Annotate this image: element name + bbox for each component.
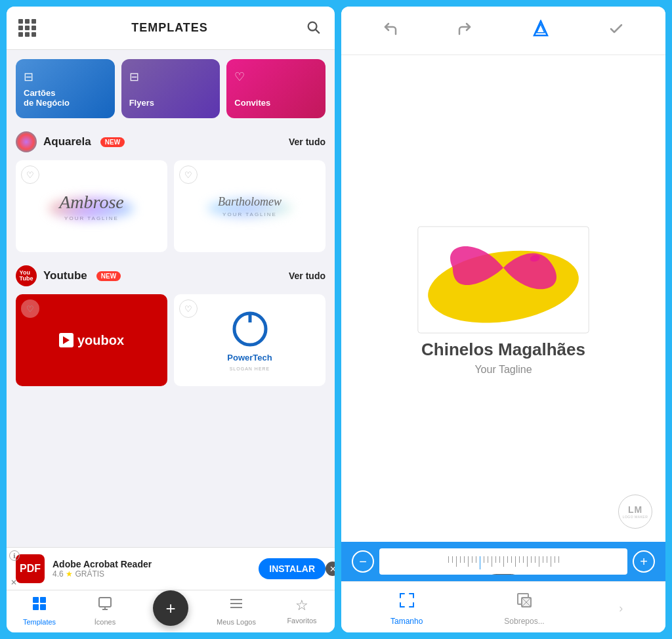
svg-rect-6: [40, 597, 46, 603]
action-sobrepos[interactable]: Sobrepos...: [501, 591, 547, 626]
favorite-heart-powertech[interactable]: ♡: [179, 299, 198, 318]
watermark: LM LOGO MAKER: [618, 495, 652, 529]
svg-rect-3: [248, 312, 251, 322]
youtube-template-powertech[interactable]: ♡ PowerTech SLOGAN HERE: [174, 294, 326, 386]
bottom-actions: Tamanho Sobrepos... ›: [341, 581, 665, 632]
nav-icones[interactable]: Ícones: [85, 596, 125, 626]
svg-rect-4: [33, 597, 39, 603]
brand-tagline: Your Tagline: [474, 364, 532, 376]
right-panel: Chinelos Magalhães Your Tagline LM LOGO …: [341, 7, 665, 632]
fab-button[interactable]: +: [153, 590, 188, 626]
category-card-convites[interactable]: ♡ Convites: [226, 59, 326, 118]
aquarela-section-header: Aquarela NEW Ver tudo: [16, 131, 326, 152]
watermark-letters: LM: [628, 504, 642, 515]
left-header: TEMPLATES: [7, 7, 335, 50]
youtube-template-youbox[interactable]: ♡ youbox: [16, 294, 167, 386]
svg-point-16: [423, 242, 583, 332]
templates-nav-icon: [32, 596, 47, 615]
sobrepos-icon: [515, 591, 534, 613]
aquarela-title: Aquarela: [43, 135, 91, 148]
watermark-sub: LOGO MAKER: [623, 515, 648, 519]
favorite-heart-bartholomew[interactable]: ♡: [179, 165, 198, 184]
page-title: TEMPLATES: [131, 21, 208, 35]
powertech-slogan: SLOGAN HERE: [230, 366, 270, 371]
left-content: ⊟ Cartõesde Negócio ⊟ Flyers ♡ Convites …: [7, 50, 335, 547]
nav-templates-label: Templates: [23, 618, 56, 626]
action-tamanho[interactable]: Tamanho: [384, 591, 430, 626]
ad-rating-value: 4.6: [52, 569, 64, 579]
nav-favoritos[interactable]: ☆ Favoritos: [282, 597, 322, 625]
right-header: [341, 7, 665, 55]
nav-icones-label: Ícones: [94, 618, 116, 626]
ad-close-button[interactable]: ✕: [326, 562, 335, 576]
aquarela-template-ambrose[interactable]: ♡ Ambrose YOUR TAGLINE: [16, 160, 167, 252]
ad-star: ★: [66, 569, 73, 579]
flyers-label: Flyers: [129, 98, 213, 108]
aquarela-icon: [16, 131, 37, 152]
powertech-brand: PowerTech: [227, 353, 272, 363]
youtube-section-header: YouTube Youtube NEW Ver tudo: [16, 265, 326, 286]
ruler-slider[interactable]: 100: [379, 548, 627, 575]
ad-rating-label: GRÁTIS: [75, 569, 104, 579]
convites-label: Convites: [234, 98, 318, 108]
youtube-template-grid: ♡ youbox ♡: [16, 294, 326, 386]
nav-favoritos-label: Favoritos: [287, 617, 316, 625]
category-card-negocios[interactable]: ⊟ Cartõesde Negócio: [16, 59, 115, 118]
tamanho-icon: [398, 591, 416, 613]
youbox-logo: youbox: [59, 333, 124, 348]
meus-logos-nav-icon: [228, 596, 244, 615]
undo-button[interactable]: [377, 18, 404, 43]
value-bubble: 100: [488, 574, 519, 575]
tamanho-label: Tamanho: [390, 617, 423, 626]
brand-name: Chinelos Magalhães: [421, 340, 585, 360]
bottom-nav: Templates Ícones + Meus Logos: [7, 590, 335, 632]
svg-line-1: [316, 30, 319, 33]
youbox-icon: [59, 333, 74, 347]
aquarela-new-badge: NEW: [100, 137, 125, 147]
svg-rect-5: [33, 604, 39, 610]
favorite-heart-youbox[interactable]: ♡: [21, 299, 39, 318]
category-cards: ⊟ Cartõesde Negócio ⊟ Flyers ♡ Convites: [16, 59, 326, 118]
chevron-right-icon: ›: [619, 602, 623, 615]
sobrepos-label: Sobrepos...: [504, 617, 544, 626]
increase-button[interactable]: +: [633, 550, 655, 573]
logo-center-button[interactable]: [526, 17, 555, 44]
confirm-button[interactable]: [603, 18, 629, 43]
ad-install-button[interactable]: INSTALAR: [259, 558, 326, 579]
negocios-label: Cartõesde Negócio: [24, 88, 107, 108]
right-canvas[interactable]: Chinelos Magalhães Your Tagline LM LOGO …: [341, 55, 665, 542]
ad-info: Adobe Acrobat Reader 4.6 ★ GRÁTIS: [52, 559, 251, 579]
icones-nav-icon: [97, 596, 113, 615]
negocios-icon: ⊟: [24, 70, 107, 84]
ad-close-small[interactable]: ✕: [9, 578, 18, 587]
right-toolbar: −: [341, 542, 665, 581]
redo-button[interactable]: [452, 18, 478, 43]
flyers-icon: ⊟: [129, 70, 213, 84]
brand-logo-svg: [415, 221, 592, 340]
youtube-icon: YouTube: [16, 265, 37, 286]
aquarela-template-grid: ♡ Ambrose YOUR TAGLINE ♡ Bartholomew: [16, 160, 326, 252]
convites-icon: ♡: [234, 70, 318, 84]
category-card-flyers[interactable]: ⊟ Flyers: [121, 59, 220, 118]
youtube-ver-tudo[interactable]: Ver tudo: [289, 271, 326, 281]
decrease-button[interactable]: −: [352, 550, 374, 573]
ad-rating: 4.6 ★ GRÁTIS: [52, 569, 251, 579]
favoritos-nav-icon: ☆: [295, 597, 308, 614]
svg-rect-7: [40, 604, 46, 610]
ad-adobe-logo: PDF: [16, 554, 45, 583]
ruler-ticks: [448, 554, 559, 569]
nav-meus-logos[interactable]: Meus Logos: [217, 596, 256, 626]
left-panel: TEMPLATES ⊟ Cartõesde Negócio ⊟ Flyers ♡…: [7, 7, 335, 632]
favorite-heart-ambrose[interactable]: ♡: [21, 165, 39, 184]
search-button[interactable]: [303, 17, 323, 39]
nav-templates[interactable]: Templates: [20, 596, 59, 626]
ad-info-icon[interactable]: ℹ: [9, 550, 20, 561]
youtube-title: Youtube: [43, 269, 87, 282]
grid-menu-icon[interactable]: [18, 19, 36, 37]
youtube-new-badge: NEW: [96, 271, 121, 281]
ad-banner: ℹ ✕ PDF Adobe Acrobat Reader 4.6 ★ GRÁTI…: [7, 547, 335, 590]
ad-title: Adobe Acrobat Reader: [52, 559, 251, 569]
aquarela-ver-tudo[interactable]: Ver tudo: [289, 137, 326, 147]
aquarela-template-bartholomew[interactable]: ♡ Bartholomew YOUR TAGLINE: [174, 160, 326, 252]
nav-meus-logos-label: Meus Logos: [217, 618, 256, 626]
